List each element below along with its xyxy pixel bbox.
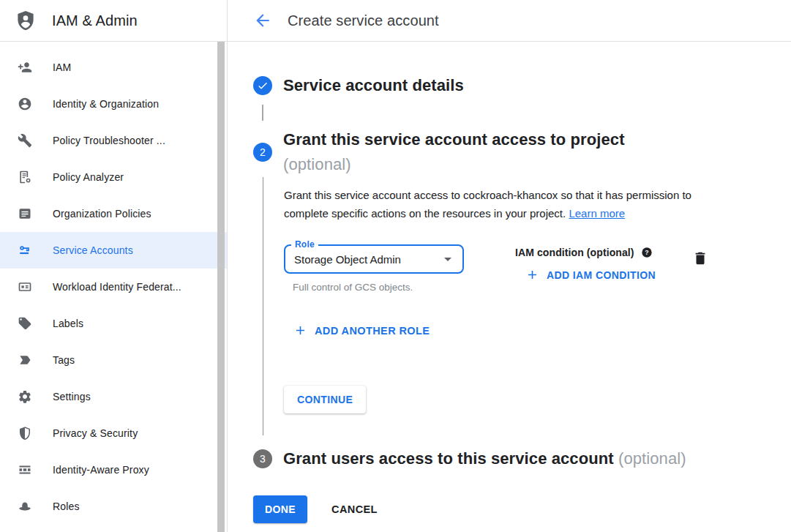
step-3-title: Grant users access to this service accou…: [283, 446, 686, 471]
sidebar-item-workload-identity-federat[interactable]: Workload Identity Federat...: [0, 269, 227, 305]
step-3-optional-label: (optional): [618, 449, 686, 468]
sidebar-item-label: Labels: [53, 318, 83, 329]
body: IAMIdentity & OrganizationPolicy Trouble…: [0, 42, 791, 532]
page-header: Create service account: [228, 0, 791, 41]
product-title: IAM & Admin: [52, 12, 138, 29]
sidebar-item-labels[interactable]: Labels: [0, 305, 227, 342]
sidebar-item-iam[interactable]: IAM: [0, 49, 227, 86]
step-2-number-badge: 2: [253, 143, 272, 162]
sidebar-item-label: Service Accounts: [53, 244, 133, 256]
trash-icon: [692, 250, 708, 268]
step-2-body: Grant this service account access to coc…: [263, 177, 762, 435]
chevron-down-icon: [439, 250, 457, 268]
shield-person-icon: [15, 10, 37, 31]
svg-text:?: ?: [645, 249, 648, 256]
sidebar-item-label: Policy Analyzer: [53, 171, 124, 183]
hat-icon: [18, 499, 32, 514]
sidebar-item-label: Roles: [53, 501, 80, 512]
wrench-icon: [18, 133, 32, 148]
role-field-column: Role Storage Object Admin Full control o…: [284, 244, 464, 293]
sidebar-items: IAMIdentity & OrganizationPolicy Trouble…: [0, 49, 227, 525]
account-circle-icon: [18, 97, 32, 111]
step-2-grant-access: 2 Grant this service account access to p…: [253, 127, 762, 177]
step-connector: [262, 105, 263, 121]
role-row: Role Storage Object Admin Full control o…: [284, 244, 762, 293]
sidebar-item-organization-policies[interactable]: Organization Policies: [0, 195, 227, 232]
sidebar-item-label: IAM: [53, 61, 71, 73]
sidebar-item-identity-organization[interactable]: Identity & Organization: [0, 86, 227, 122]
top-bar: IAM & Admin Create service account: [0, 0, 791, 42]
arrow-back-icon: [253, 11, 272, 30]
policy-analyzer-icon: [18, 170, 32, 184]
badge-card-icon: [18, 280, 32, 294]
sidebar-item-label: Policy Troubleshooter ...: [53, 135, 165, 146]
back-button[interactable]: [253, 11, 272, 30]
check-icon: [257, 80, 269, 91]
sidebar-item-service-accounts[interactable]: Service Accounts: [0, 232, 227, 269]
service-account-key-icon: [18, 243, 32, 258]
step-2-title: Grant this service account access to pro…: [283, 127, 625, 177]
role-field-label: Role: [291, 239, 318, 250]
cancel-button[interactable]: CANCEL: [331, 503, 378, 515]
step-1-title: Service account details: [283, 73, 464, 98]
page-title: Create service account: [288, 12, 439, 29]
add-iam-condition-button[interactable]: ADD IAM CONDITION: [525, 268, 656, 282]
step-3-grant-users: 3 Grant users access to this service acc…: [253, 446, 762, 471]
step-1-complete-badge: [253, 76, 272, 95]
sidebar-item-identity-aware-proxy[interactable]: Identity-Aware Proxy: [0, 452, 227, 488]
sidebar-item-label: Privacy & Security: [53, 427, 138, 439]
sidebar-item-policy-analyzer[interactable]: Policy Analyzer: [0, 159, 227, 195]
step-3-number-badge: 3: [253, 449, 272, 468]
main-content: Service account details 2 Grant this ser…: [228, 42, 791, 532]
gear-icon: [18, 389, 32, 404]
continue-button[interactable]: CONTINUE: [284, 386, 366, 413]
document-icon: [18, 206, 32, 221]
sidebar-item-label: Tags: [53, 354, 75, 366]
sidebar-item-tags[interactable]: Tags: [0, 342, 227, 378]
product-header: IAM & Admin: [0, 0, 228, 41]
step-2-description: Grant this service account access to coc…: [284, 186, 717, 222]
iam-condition-column: IAM condition (optional) ? ADD IAM CONDI…: [515, 244, 656, 285]
step-1-service-account-details: Service account details: [253, 73, 762, 98]
sidebar-item-label: Identity & Organization: [53, 98, 159, 110]
learn-more-link[interactable]: Learn more: [569, 207, 625, 220]
add-another-role-button[interactable]: ADD ANOTHER ROLE: [293, 323, 430, 337]
sidebar-nav: IAMIdentity & OrganizationPolicy Trouble…: [0, 42, 228, 532]
sidebar-item-label: Settings: [53, 391, 91, 402]
plus-icon: [525, 268, 539, 282]
role-select[interactable]: Role Storage Object Admin: [284, 244, 464, 274]
sidebar-item-roles[interactable]: Roles: [0, 488, 227, 525]
help-icon[interactable]: ?: [641, 247, 653, 258]
step-2-optional-label: (optional): [283, 155, 351, 173]
label-tag-icon: [18, 316, 32, 331]
sidebar-item-label: Workload Identity Federat...: [53, 281, 181, 293]
proxy-icon: [18, 462, 32, 477]
tag-arrow-icon: [18, 353, 32, 367]
plus-icon: [293, 323, 307, 337]
iam-condition-label-row: IAM condition (optional) ?: [515, 247, 656, 258]
footer-actions: DONE CANCEL: [253, 495, 762, 523]
app-window: IAM & Admin Create service account IAMId…: [0, 0, 791, 532]
sidebar-item-policy-troubleshooter[interactable]: Policy Troubleshooter ...: [0, 122, 227, 159]
sidebar-item-settings[interactable]: Settings: [0, 378, 227, 415]
sidebar-scrollbar[interactable]: [217, 42, 225, 532]
privacy-shield-icon: [18, 426, 32, 441]
role-helper-text: Full control of GCS objects.: [284, 282, 464, 293]
sidebar-item-label: Organization Policies: [53, 208, 151, 220]
done-button[interactable]: DONE: [253, 495, 307, 523]
role-selected-value: Storage Object Admin: [294, 253, 401, 266]
sidebar-item-label: Identity-Aware Proxy: [53, 464, 149, 476]
person-add-icon: [18, 60, 32, 75]
delete-role-button[interactable]: [692, 250, 710, 268]
sidebar-item-privacy-security[interactable]: Privacy & Security: [0, 415, 227, 452]
